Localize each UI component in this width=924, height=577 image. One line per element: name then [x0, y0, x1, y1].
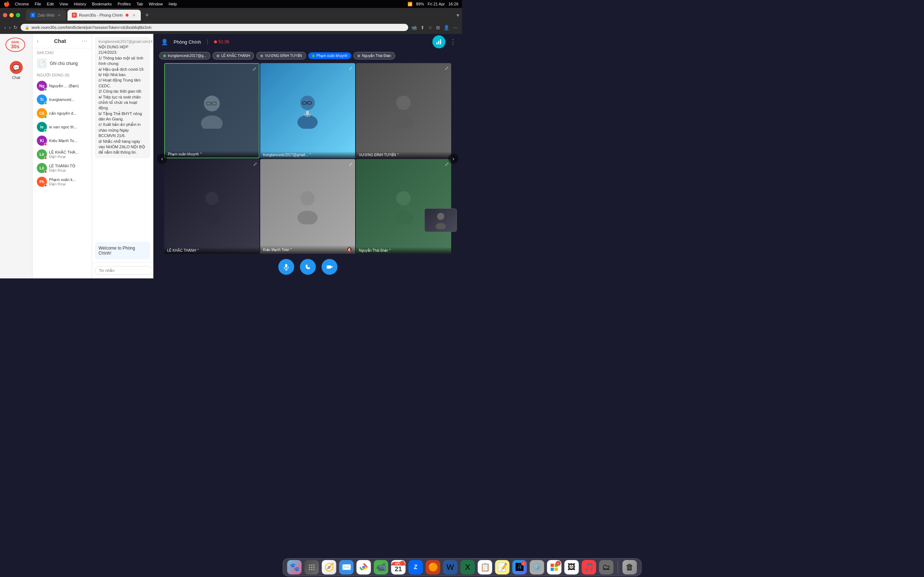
video-name-bar-5: Nguyễn Thái Điền ˅	[356, 247, 451, 254]
user-info-ng: Nguyễn ... (Bạn)	[49, 84, 87, 89]
message-input[interactable]	[95, 266, 153, 275]
video-name-bar-3: LÊ KHẮC THÀNH ˅	[164, 247, 260, 254]
user-item-ng[interactable]: Ng Nguyễn ... (Bạn)	[32, 79, 92, 93]
sidebar-item-chat[interactable]: 💬 Chat	[0, 58, 32, 82]
mic-active-icon-3	[312, 55, 315, 57]
user-item-ph[interactable]: Ph Phạm xuân k... Điện thoại	[32, 175, 92, 189]
tab-room[interactable]: R Room30s - Phòng Chính ✕	[68, 10, 141, 21]
apple-menu[interactable]: 🍎	[3, 1, 10, 7]
tab-expand-button[interactable]: ▾	[457, 12, 459, 18]
user-name-ng: Nguyễn ... (Bạn)	[49, 84, 87, 89]
close-window-button[interactable]	[3, 13, 7, 17]
video-content-0	[165, 64, 259, 158]
menu-file[interactable]: File	[32, 2, 44, 6]
speaker-chip-3[interactable]: Phạm xuân khuynh	[308, 52, 351, 59]
phone-icon	[304, 263, 312, 271]
expand-icon-5[interactable]: ⤢	[445, 161, 449, 167]
nav-next-button[interactable]: ›	[448, 154, 459, 164]
pip-thumbnail[interactable]	[425, 208, 457, 232]
speaker-chip-2[interactable]: VƯƠNG ĐÌNH TUYẾN	[256, 52, 306, 60]
menu-tab[interactable]: Tab	[134, 2, 146, 6]
user-avatar-ca: Cấ	[37, 108, 47, 118]
camera-button[interactable]	[321, 259, 338, 275]
tab-close-room[interactable]: ✕	[131, 13, 136, 18]
reload-button[interactable]: ↻	[13, 24, 18, 30]
extensions-icon[interactable]: ⋯	[453, 25, 458, 30]
tab-favicon-room: R	[72, 13, 77, 18]
tab-zalo[interactable]: Z Zalo Web ✕	[26, 10, 66, 21]
expand-icon-3[interactable]: ⤢	[253, 161, 257, 167]
new-tab-button[interactable]: +	[142, 11, 152, 19]
video-cell-3: ⤢ LÊ KHẮC THÀNH ˅	[164, 159, 260, 254]
video-grid: ‹ › ⤢ Phạm xuân khuynh	[153, 62, 462, 255]
nav-prev-button[interactable]: ‹	[157, 154, 167, 164]
profile-icon[interactable]: 👤	[444, 25, 449, 30]
cast-icon[interactable]: 📹	[411, 25, 417, 30]
expand-icon-4[interactable]: ⤢	[349, 161, 353, 167]
speaker-chip-1[interactable]: LÊ KHẮC THÀNH	[213, 52, 254, 60]
minimize-window-button[interactable]	[10, 13, 14, 17]
svg-point-15	[393, 115, 414, 129]
speaker-chip-label-1: LÊ KHẮC THÀNH	[221, 54, 250, 58]
bookmark-icon[interactable]: ☆	[428, 25, 432, 30]
stats-button[interactable]	[432, 35, 446, 48]
user-item-tr[interactable]: Tr trungtamced...	[32, 93, 92, 106]
chat-messages-panel: trungtamcedc2017@gmail.com 14:40 NỘI DUN…	[92, 34, 153, 279]
svg-rect-24	[285, 264, 287, 268]
share-icon[interactable]: ⬆	[420, 25, 425, 30]
video-name-text-2: VƯƠNG ĐÌNH TUYẾN ˅	[359, 153, 399, 157]
status-battery: 89%	[416, 2, 424, 6]
menu-edit[interactable]: Edit	[44, 2, 57, 6]
split-view-icon[interactable]: ⊞	[436, 25, 440, 30]
user-item-le2[interactable]: Lê LÊ THÀNH TỔ Điện thoại	[32, 161, 92, 175]
menu-window[interactable]: Window	[146, 2, 166, 6]
video-header-left: 👤 Phòng Chính | 51:36	[159, 36, 229, 47]
menu-view[interactable]: View	[57, 2, 71, 6]
speaker-chip-4[interactable]: Nguyễn Thái Điền	[353, 52, 395, 60]
user-name-le2: LÊ THÀNH TỔ	[49, 164, 87, 168]
back-button[interactable]: ‹	[4, 24, 6, 30]
url-bar[interactable]: 🔒 work.room30s.com/html5client/join?sess…	[21, 24, 408, 31]
tab-close-zalo[interactable]: ✕	[57, 13, 62, 18]
svg-point-22	[437, 213, 444, 220]
menu-profiles[interactable]: Profiles	[115, 2, 134, 6]
microphone-button[interactable]	[278, 259, 294, 275]
note-item[interactable]: 📄 Ghi chú chung	[32, 56, 92, 71]
video-more-button[interactable]: ⋮	[450, 38, 456, 46]
participants-icon[interactable]: 👤	[159, 36, 170, 47]
speaker-chip-0[interactable]: trungtamcedc2017@g...	[159, 52, 210, 60]
menu-help[interactable]: Help	[166, 2, 180, 6]
video-cell-5: ⤢ Nguyễn Thái Điền ˅	[356, 159, 451, 254]
video-content-1	[260, 63, 355, 158]
person-silhouette-4	[293, 188, 322, 224]
status-dot-le1	[44, 156, 47, 160]
mic-off-icon-1	[216, 55, 220, 57]
expand-icon-0[interactable]: ⤢	[252, 66, 257, 72]
user-name-ki: Kiều Mạnh To...	[49, 139, 87, 143]
user-item-ie[interactable]: le ie van ngoc th...	[32, 120, 92, 134]
forward-button[interactable]: ›	[9, 24, 11, 30]
tab-favicon-zalo: Z	[30, 13, 36, 18]
status-clock: Fri 21 Apr	[428, 2, 445, 6]
video-name-bar-2: VƯƠNG ĐÌNH TUYẾN ˅	[356, 152, 451, 158]
expand-icon-2[interactable]: ⤢	[445, 65, 449, 71]
user-item-ki[interactable]: Ki Kiều Mạnh To...	[32, 134, 92, 148]
note-icon: 📄	[37, 58, 47, 69]
hangup-button[interactable]	[300, 259, 316, 275]
message-text-0: NỘI DUNG HỌP 21/4/2023: 1/ Thông báo một…	[99, 44, 147, 155]
chat-more-button[interactable]: ⋯	[82, 37, 87, 44]
user-item-le1[interactable]: Lê LÊ KHẮC THÀ... Điện thoại	[32, 148, 92, 161]
video-cell-4: ⤢ Kiều Mạnh Toàn ˅ 🔇	[260, 159, 355, 254]
chat-back-button[interactable]: ‹	[37, 38, 39, 44]
menu-bookmarks[interactable]: Bookmarks	[89, 2, 115, 6]
maximize-window-button[interactable]	[16, 13, 20, 17]
video-cell-2: ⤢ VƯƠNG ĐÌNH TUYẾN ˅	[356, 63, 451, 158]
chat-icon: 💬	[10, 61, 23, 74]
expand-icon-1[interactable]: ⤢	[349, 65, 353, 71]
video-name-text-3: LÊ KHẮC THÀNH ˅	[167, 248, 199, 253]
browser-chrome: Z Zalo Web ✕ R Room30s - Phòng Chính ✕ +…	[0, 8, 462, 34]
menu-history[interactable]: History	[71, 2, 89, 6]
menu-chrome[interactable]: Chrome	[12, 2, 32, 6]
user-item-ca[interactable]: Cấ cần nguyên d...	[32, 106, 92, 120]
video-name-text-1: trungtamcedc2017@gmail... ˅	[263, 153, 311, 157]
